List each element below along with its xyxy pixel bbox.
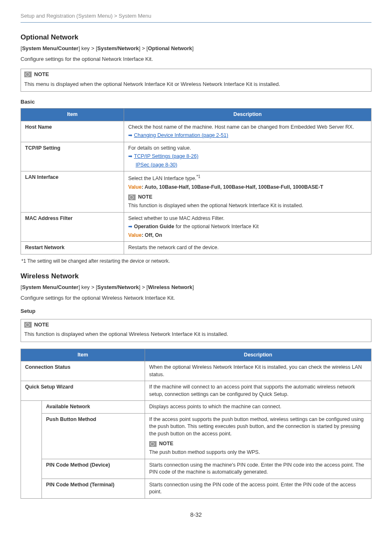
- note-icon: [24, 322, 32, 328]
- note-text: This function is displayed when the opti…: [24, 331, 368, 338]
- cell-item: LAN Interface: [21, 171, 124, 213]
- cell-subitem: PIN Code Method (Terminal): [42, 479, 145, 498]
- table-row: PIN Code Method (Terminal) Starts connec…: [21, 479, 371, 498]
- table-row: Push Button Method If the access point s…: [21, 413, 371, 459]
- desc-line: Check the host name of the machine. Host…: [128, 124, 367, 131]
- desc-line: For details on setting value.: [128, 145, 367, 152]
- cell-description: If the machine will connect to an access…: [145, 381, 371, 401]
- brk: ] key > [: [78, 45, 97, 51]
- brk: ]: [192, 45, 194, 51]
- note-icon: [128, 194, 136, 200]
- basic-settings-table: Item Description Host Name Check the hos…: [21, 108, 371, 254]
- col-description: Description: [124, 109, 371, 121]
- cell-description: If the access point supports the push bu…: [145, 413, 371, 459]
- path-part: System Menu/Counter: [22, 284, 78, 290]
- cell-description: Restarts the network card of the device.: [124, 242, 371, 254]
- cell-description: Select the LAN Interface type.*1 Value: …: [124, 171, 371, 213]
- path-part: System Menu/Counter: [22, 45, 78, 51]
- arrow-icon: ➡: [128, 153, 132, 159]
- desc-line: Select whether to use MAC Address Filter…: [128, 215, 367, 222]
- arrow-icon: ➡: [128, 224, 132, 229]
- table-row: TCP/IP Setting For details on setting va…: [21, 142, 371, 171]
- cell-item: Restart Network: [21, 242, 124, 254]
- cell-description: Starts connection using the PIN code of …: [145, 479, 371, 498]
- path-part: Wireless Network: [148, 284, 192, 290]
- xref-link[interactable]: IPSec (page 8-30): [136, 162, 177, 168]
- note-label: NOTE: [34, 71, 49, 78]
- wireless-setup-table: Item Description Connection Status When …: [21, 349, 371, 499]
- note-text: This menu is displayed when the optional…: [24, 81, 368, 88]
- note-text: The push button method supports only the…: [149, 449, 367, 456]
- col-item: Item: [21, 109, 124, 121]
- value-line: Value: Auto, 10Base-Half, 10Base-Full, 1…: [128, 184, 367, 191]
- path-part: System/Network: [97, 284, 139, 290]
- cell-item: MAC Address Filter: [21, 212, 124, 242]
- col-item: Item: [21, 349, 145, 361]
- note-label: NOTE: [34, 321, 49, 328]
- cell-description: Displays access points to which the mach…: [145, 401, 371, 414]
- cell-description: For details on setting value. ➡TCP/IP Se…: [124, 142, 371, 171]
- menu-path-optional-network: [System Menu/Counter] key > [System/Netw…: [21, 45, 371, 52]
- table-row: LAN Interface Select the LAN Interface t…: [21, 171, 371, 213]
- guide-rest: for the optional Network Interface Kit: [174, 224, 259, 229]
- cell-description: Starts connection using the machine's PI…: [145, 459, 371, 479]
- page-number: 8-32: [21, 511, 371, 519]
- cell-item: Quick Setup Wizard: [21, 381, 145, 401]
- breadcrumb-header: Setup and Registration (System Menu) > S…: [21, 12, 371, 23]
- xref-link[interactable]: TCP/IP Settings (page 8-26): [134, 153, 198, 159]
- table-row: Restart Network Restarts the network car…: [21, 242, 371, 254]
- brk: ]: [192, 284, 194, 290]
- brk: ] > [: [139, 284, 148, 290]
- path-part: System/Network: [97, 45, 139, 51]
- path-part: Optional Network: [148, 45, 192, 51]
- cell-subitem: Push Button Method: [42, 413, 145, 459]
- note-callout: NOTE This menu is displayed when the opt…: [21, 69, 371, 91]
- menu-path-wireless-network: [System Menu/Counter] key > [System/Netw…: [21, 284, 371, 291]
- table-row: Available Network Displays access points…: [21, 401, 371, 414]
- cell-item: Host Name: [21, 121, 124, 142]
- cell-description: When the optional Wireless Network Inter…: [145, 361, 371, 381]
- value-line: Value: Off, On: [128, 232, 367, 239]
- note-label: NOTE: [159, 440, 173, 448]
- cell-subitem: PIN Code Method (Device): [42, 459, 145, 479]
- cell-description: Check the host name of the machine. Host…: [124, 121, 371, 142]
- desc-line: If the access point supports the push bu…: [149, 416, 367, 438]
- section-title-wireless-network: Wireless Network: [21, 271, 371, 281]
- cell-item: TCP/IP Setting: [21, 142, 124, 171]
- note-icon: [149, 441, 157, 447]
- subsection-setup: Setup: [21, 308, 371, 315]
- desc-line: Select the LAN Interface type.*1: [128, 174, 367, 183]
- section-description: Configure settings for the optional Wire…: [21, 294, 371, 302]
- section-title-optional-network: Optional Network: [21, 32, 371, 42]
- brk: ] key > [: [78, 284, 97, 290]
- note-icon: [24, 72, 32, 77]
- cell-subitem: Available Network: [42, 401, 145, 414]
- table-row: MAC Address Filter Select whether to use…: [21, 212, 371, 242]
- table-row: Connection Status When the optional Wire…: [21, 361, 371, 381]
- brk: ] > [: [139, 45, 148, 51]
- section-description: Configure settings for the optional Netw…: [21, 56, 371, 63]
- note-text: This function is displayed when the opti…: [128, 202, 367, 210]
- table-row: PIN Code Method (Device) Starts connecti…: [21, 459, 371, 479]
- table-row: Quick Setup Wizard If the machine will c…: [21, 381, 371, 401]
- note-callout: NOTE This function is displayed when the…: [21, 319, 371, 342]
- subsection-basic: Basic: [21, 98, 371, 106]
- arrow-icon: ➡: [128, 132, 132, 138]
- table-row: Host Name Check the host name of the mac…: [21, 121, 371, 142]
- cell-item: Connection Status: [21, 361, 145, 381]
- footnote: *1 The setting will be changed after res…: [21, 258, 371, 265]
- guide-ref: Operation Guide: [134, 224, 174, 229]
- xref-link[interactable]: Changing Device Information (page 2-51): [134, 132, 228, 138]
- cell-description: Select whether to use MAC Address Filter…: [124, 212, 371, 242]
- indent-cell: [21, 401, 42, 499]
- note-label: NOTE: [138, 194, 152, 201]
- col-description: Description: [145, 349, 371, 361]
